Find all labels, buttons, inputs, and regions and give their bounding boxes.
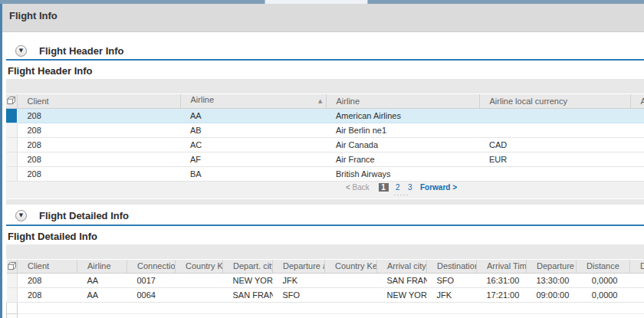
cell[interactable]: 0,0000 [577,288,630,303]
pagination-page-2[interactable]: 2 [395,183,400,192]
table-row[interactable]: 208AA0017NEW YORKJFKSAN FRANCI...SFO16:3… [7,274,644,288]
resize-handle[interactable]: ····· [6,193,644,198]
table-row[interactable]: 208BABritish Airways [6,166,644,181]
cell[interactable]: 17:21:00 [477,288,527,303]
cell[interactable]: 208 [17,166,180,181]
table-row[interactable]: 208ABAir Berlin ne1 [6,123,644,137]
cell[interactable]: AF [180,152,326,166]
row-selector[interactable] [6,166,17,181]
collapse-icon[interactable]: ▼ [15,210,27,221]
cell[interactable] [630,166,644,181]
cell[interactable]: SAN FRANCI... [223,288,273,303]
column-header-destination[interactable]: Destination ... [427,260,477,274]
cell[interactable] [479,166,630,181]
row-selector[interactable] [7,314,18,318]
column-header-country-key[interactable]: Country Key [325,260,377,274]
scrollbar-thumb[interactable] [264,0,368,4]
cell[interactable]: 208 [17,108,180,123]
cell[interactable]: Air France [326,152,479,166]
cell[interactable]: American Airlines [326,108,479,123]
cell[interactable]: NEW YORK [223,274,273,288]
column-header-departure-time[interactable]: Departure time [527,260,577,274]
cell[interactable]: AA [180,108,326,123]
column-header-client[interactable]: Client [18,260,77,274]
cell[interactable] [479,108,630,123]
cell[interactable] [325,288,377,303]
cell[interactable] [630,137,644,152]
panel-header-flight-detailed-info[interactable]: ▼ Flight Detailed Info [6,208,644,226]
panel-header-flight-header-info[interactable]: ▼ Flight Header Info [6,42,644,61]
pagination-forward-button[interactable]: Forward > [420,183,457,192]
cell[interactable]: BA [180,166,326,181]
cell[interactable] [325,274,377,288]
cell[interactable]: AA [77,274,127,288]
cell[interactable]: 0017 [127,274,176,288]
cell[interactable]: AA [77,288,127,303]
cell[interactable]: JFK [427,288,477,303]
cell[interactable] [176,288,223,303]
cell[interactable]: SFO [427,274,477,288]
cell[interactable]: 16:31:00 [477,274,527,288]
cell[interactable]: 208 [17,123,180,137]
table-header-row: ClientAirline▲AirlineAirline local curre… [6,94,644,108]
column-header-arrival-time[interactable]: Arrival Time [477,260,527,274]
cell[interactable]: 208 [18,274,77,288]
cell[interactable]: 208 [17,152,180,166]
cell[interactable]: Air Canada [326,137,479,152]
row-selector[interactable] [7,288,18,303]
column-header-distance[interactable]: Distance [630,260,644,274]
row-selector[interactable] [7,303,18,314]
pagination-page-3[interactable]: 3 [407,183,412,192]
row-selector[interactable] [6,123,17,137]
cell[interactable] [630,108,644,123]
column-header-airline[interactable]: Airline [326,94,479,108]
cell[interactable]: 0,0000 [577,274,630,288]
column-header-connection[interactable]: Connection ... [127,260,176,274]
cell[interactable]: AC [180,137,326,152]
cell[interactable]: NEW YORK [377,288,427,303]
column-header-departure-ai[interactable]: Departure ai... [273,260,325,274]
table-row[interactable]: 208AAAmerican Airlines [6,108,644,123]
cell[interactable]: SFO [273,288,325,303]
cell[interactable] [630,288,644,303]
cell[interactable]: AB [180,123,326,137]
column-header-distance[interactable]: Distance [577,260,630,274]
column-header-airline[interactable]: Airline [630,94,644,108]
cell[interactable]: 13:30:00 [527,274,577,288]
column-header-airline-local-currency[interactable]: Airline local currency [479,94,630,108]
column-header-depart-city[interactable]: Depart. city [223,260,273,274]
collapse-icon[interactable]: ▼ [15,45,27,57]
cell[interactable]: 09:00:00 [527,288,577,303]
select-all-cell[interactable] [7,260,18,274]
pagination-page-1[interactable]: 1 [379,183,389,192]
cell[interactable] [630,152,644,166]
cell[interactable] [479,123,630,137]
row-selector[interactable] [6,137,17,152]
cell[interactable]: British Airways [326,166,479,181]
cell[interactable]: SAN FRANCI... [377,274,427,288]
table-row[interactable]: 208AFAir FranceEUR [6,152,644,166]
column-header-client[interactable]: Client [17,94,180,108]
row-selector[interactable] [6,152,17,166]
cell[interactable]: 0064 [127,288,176,303]
top-scrollbar[interactable] [0,0,644,4]
row-selector[interactable] [7,274,18,288]
cell[interactable]: 208 [17,137,180,152]
select-all-cell[interactable] [6,94,17,108]
cell[interactable] [176,274,223,288]
row-selector[interactable] [6,108,17,123]
cell[interactable]: JFK [273,274,325,288]
cell[interactable]: Air Berlin ne1 [326,123,479,137]
column-header-arrival-city[interactable]: Arrival city [377,260,427,274]
column-header-country-key[interactable]: Country Key [176,260,223,274]
cell[interactable] [630,274,644,288]
cell[interactable]: CAD [479,137,630,152]
table-row[interactable]: 208AA0064SAN FRANCI...SFONEW YORKJFK17:2… [7,288,644,303]
column-header-airline[interactable]: Airline▲ [180,94,326,108]
table-row[interactable]: 208ACAir CanadaCAD [6,137,644,152]
cell[interactable] [630,123,644,137]
column-header-airline[interactable]: Airline [77,260,127,274]
cell[interactable]: EUR [479,152,630,166]
cell[interactable]: 208 [18,288,77,303]
pagination-back-button[interactable]: < Back [346,183,370,192]
